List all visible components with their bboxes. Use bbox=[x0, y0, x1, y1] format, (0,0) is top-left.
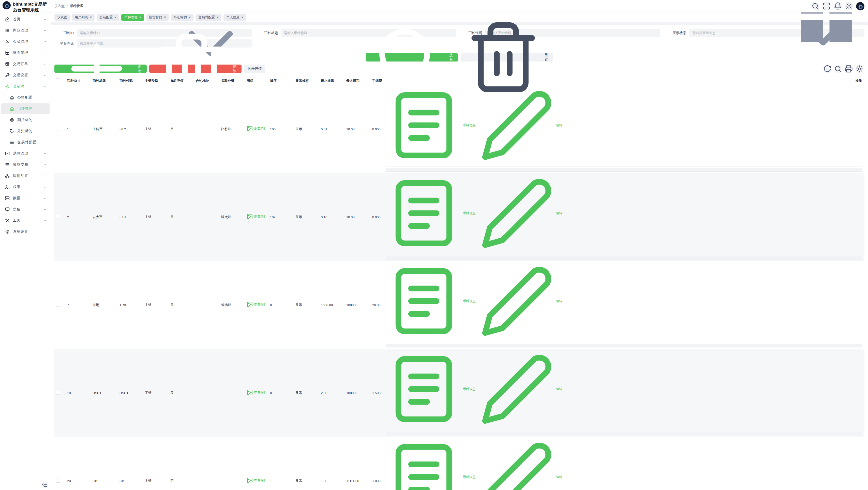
sidebar-item[interactable]: G 期货标的 bbox=[1, 115, 50, 126]
search-icon bbox=[369, 22, 434, 96]
sidebar-item[interactable]: 应用配置 bbox=[1, 170, 50, 182]
main-content: 币种ID 请输入币种ID 币种标题 请输入币种标题 币种代码 请输入币种代码 展… bbox=[51, 22, 434, 245]
sidebar-item[interactable]: 财务管理 bbox=[1, 47, 50, 59]
select-all-checkbox[interactable] bbox=[56, 78, 60, 83]
home-icon bbox=[10, 140, 14, 144]
svg-text:G: G bbox=[11, 119, 13, 121]
cell-operations: 币种信息 编辑 bbox=[383, 173, 434, 245]
chevron-down-icon bbox=[43, 163, 46, 166]
row-checkbox[interactable] bbox=[56, 127, 60, 131]
top-bar: bithumbtc交易所 后台管理系统 仪表盘 / 币种管理 bbox=[0, 0, 434, 12]
g-circle-icon: G bbox=[10, 118, 14, 122]
sidebar-item[interactable]: 工具 bbox=[1, 215, 50, 226]
tab[interactable]: 交易对配置 × bbox=[195, 14, 221, 21]
coin-info-link[interactable]: 币种信息 bbox=[386, 87, 434, 163]
tag-icon bbox=[10, 129, 14, 133]
op-field-placeholder bbox=[386, 168, 434, 171]
tab-bar: 仪表盘 用户列表 × 公链配置 × 币种管理 × 期货标的 × 外汇标的 × 交… bbox=[51, 12, 434, 22]
cell-sort: 100 bbox=[269, 85, 294, 173]
sidebar-item[interactable]: 数据 bbox=[1, 193, 50, 204]
close-icon[interactable]: × bbox=[115, 15, 117, 19]
chevron-down-icon bbox=[43, 174, 46, 178]
breadcrumb: 仪表盘 / 币种管理 bbox=[54, 4, 83, 8]
user-icon bbox=[5, 39, 10, 44]
menu-icon bbox=[5, 162, 10, 167]
chevron-up-icon bbox=[43, 85, 46, 88]
search-button[interactable]: 搜索 bbox=[366, 53, 434, 62]
copyright-icon bbox=[5, 84, 10, 89]
tab[interactable]: 公链配置 × bbox=[97, 14, 119, 21]
sort-control[interactable] bbox=[78, 79, 80, 83]
table-row: 2 以太币 ETH 主链 是 以太链 查看图片 bbox=[54, 173, 434, 245]
tools-icon bbox=[5, 218, 10, 223]
sidebar-item[interactable]: 交易对 bbox=[1, 81, 50, 92]
chevron-down-icon bbox=[43, 208, 46, 211]
layout-icon bbox=[5, 51, 10, 55]
close-icon[interactable]: × bbox=[189, 15, 191, 19]
delete-button[interactable]: 删除 bbox=[149, 65, 242, 73]
tab[interactable]: 期货标的 × bbox=[146, 14, 169, 21]
app-subtitle: 后台管理系统 bbox=[13, 7, 47, 13]
close-icon[interactable]: × bbox=[164, 15, 166, 19]
chevron-down-icon bbox=[43, 186, 46, 189]
row-checkbox[interactable] bbox=[56, 215, 60, 219]
sidebar-item[interactable]: 币种管理 bbox=[1, 103, 50, 115]
mail-icon bbox=[5, 151, 10, 156]
sidebar-item[interactable]: 交易对配置 bbox=[1, 137, 50, 148]
coin-management-panel: 币种ID 请输入币种ID 币种标题 请输入币种标题 币种代码 请输入币种代码 展… bbox=[51, 25, 434, 245]
app-title-block: bithumbtc交易所 后台管理系统 bbox=[13, 1, 47, 13]
coin-info-link[interactable]: 币种信息 bbox=[386, 175, 434, 245]
close-icon[interactable]: × bbox=[139, 15, 141, 19]
chevron-down-icon bbox=[43, 40, 46, 43]
tab[interactable]: 仪表盘 bbox=[54, 14, 70, 21]
sidebar-item[interactable]: 交易设置 bbox=[1, 70, 50, 81]
chevron-down-icon bbox=[43, 29, 46, 32]
sidebar-item[interactable]: 公链配置 bbox=[1, 92, 50, 103]
action-buttons: 新增 删除 同步行情 bbox=[54, 65, 266, 73]
add-button[interactable]: 新增 bbox=[54, 65, 147, 73]
breadcrumb-separator: / bbox=[67, 4, 68, 8]
sidebar-item[interactable]: 系统设置 bbox=[1, 226, 50, 237]
chevron-down-icon bbox=[43, 51, 46, 55]
document-icon bbox=[386, 87, 434, 163]
sidebar-item[interactable]: 监控 bbox=[1, 204, 50, 215]
chevron-down-icon bbox=[43, 18, 46, 21]
sync-market-button[interactable]: 同步行情 bbox=[244, 65, 266, 73]
plus-icon bbox=[58, 30, 135, 107]
breadcrumb-current: 币种管理 bbox=[70, 4, 83, 8]
home-icon bbox=[10, 96, 14, 100]
home-icon bbox=[5, 17, 10, 22]
tab[interactable]: 用户列表 × bbox=[72, 14, 95, 21]
sidebar-item[interactable]: 权限 bbox=[1, 182, 50, 193]
sitemap-icon bbox=[5, 173, 10, 178]
sidebar-item[interactable]: 消息管理 bbox=[1, 148, 50, 159]
sidebar-item[interactable]: 首页 bbox=[1, 14, 50, 25]
cell-min-withdraw: 0.01 bbox=[319, 85, 345, 173]
tab[interactable]: 个人信息 × bbox=[223, 14, 246, 21]
gear-icon bbox=[5, 229, 10, 234]
brand: bithumbtc交易所 后台管理系统 bbox=[0, 0, 51, 12]
sidebar-item[interactable]: 策略交易 bbox=[1, 159, 50, 170]
close-icon[interactable]: × bbox=[217, 15, 219, 19]
app-logo-icon bbox=[3, 1, 11, 9]
view-image-link[interactable]: 查看图片 bbox=[247, 214, 267, 220]
sidebar-item[interactable]: 会员管理 bbox=[1, 36, 50, 47]
table-icon bbox=[5, 62, 10, 66]
sidebar: 首页 内容管理 会员管理 财务管理 交易订单 交易设置 bbox=[0, 12, 51, 245]
cell-coin-title: 以太币 bbox=[91, 173, 118, 245]
cell-display-status: 显示 bbox=[294, 173, 319, 245]
close-icon[interactable]: × bbox=[90, 15, 92, 19]
tab[interactable]: 外汇标的 × bbox=[171, 14, 193, 21]
trash-icon bbox=[153, 30, 230, 107]
sidebar-item[interactable]: 内容管理 bbox=[1, 25, 50, 36]
view-image-link[interactable]: 查看图片 bbox=[247, 126, 267, 132]
sidebar-item[interactable]: 外汇标的 bbox=[1, 126, 50, 137]
image-icon bbox=[247, 126, 253, 132]
breadcrumb-parent[interactable]: 仪表盘 bbox=[54, 4, 65, 8]
cell-display-status: 显示 bbox=[294, 85, 319, 173]
close-icon[interactable]: × bbox=[241, 15, 243, 19]
cell-min-withdraw: 0.10 bbox=[319, 173, 345, 245]
sidebar-item[interactable]: 交易订单 bbox=[1, 59, 50, 70]
tab[interactable]: 币种管理 × bbox=[121, 14, 144, 21]
chevron-down-icon bbox=[43, 63, 46, 66]
